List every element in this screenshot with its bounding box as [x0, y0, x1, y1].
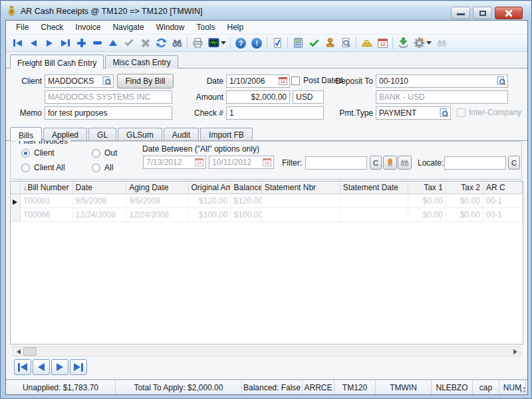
deposit-name-input[interactable] [376, 90, 508, 104]
radio-client-all[interactable] [21, 164, 30, 172]
post-dated-checkbox[interactable] [291, 76, 300, 85]
cell-statement-nbr[interactable] [262, 208, 340, 221]
filter-search-button[interactable] [398, 156, 412, 170]
inter-company-checkbox[interactable] [457, 108, 466, 117]
stamp-button[interactable] [322, 36, 338, 51]
cell-aging-date[interactable]: 9/5/2008 [126, 194, 188, 207]
edit-record-button[interactable] [105, 36, 121, 51]
approve-button[interactable] [306, 36, 322, 51]
refresh-button[interactable] [153, 36, 169, 51]
terminal-button[interactable] [205, 36, 228, 51]
subtab-applied[interactable]: Applied [43, 128, 87, 140]
titlebar[interactable]: $ AR Cash Receipts @ TM120 => TM120 [TMW… [1, 1, 531, 21]
header-original-amt[interactable]: Original Amt [189, 182, 231, 194]
header-bill-number[interactable]: ↓Bill Number [21, 182, 73, 194]
lookup-icon[interactable] [439, 108, 450, 118]
header-balance[interactable]: Balance [231, 182, 261, 194]
table-row[interactable]: T00066 12/24/2008 12/24/2008 $100.00 $10… [11, 208, 523, 222]
check-number-input[interactable] [226, 106, 324, 120]
deposit-to-input[interactable] [376, 74, 508, 88]
menu-help[interactable]: Help [221, 21, 249, 33]
header-date[interactable]: Date [73, 182, 127, 194]
cell-balance[interactable]: $120.00 [231, 194, 261, 207]
edit-notes-button[interactable] [269, 36, 285, 51]
trace-button[interactable] [434, 36, 450, 51]
radio-client-row[interactable]: Client [21, 148, 55, 158]
print-button[interactable] [190, 36, 205, 51]
radio-client[interactable] [21, 149, 30, 158]
horizontal-scrollbar[interactable] [13, 346, 521, 356]
cell-tax-2[interactable]: $0.00 [446, 194, 483, 207]
amount-input[interactable] [226, 90, 290, 104]
cell-date[interactable]: 12/24/2008 [73, 208, 127, 221]
settings-button[interactable] [411, 36, 434, 51]
cell-statement-nbr[interactable] [262, 194, 340, 207]
radio-client-all-row[interactable]: Client All [21, 163, 65, 172]
currency-input[interactable] [293, 90, 324, 104]
nav-prior-button[interactable] [33, 359, 50, 375]
resize-grip[interactable] [526, 380, 527, 394]
tab-misc-cash-entry[interactable]: Misc Cash Entry [105, 55, 178, 68]
calendar-icon[interactable]: 12 [194, 157, 205, 168]
calculator-button[interactable] [290, 36, 306, 51]
cell-bill-number[interactable]: T00066 [21, 208, 73, 221]
menu-invoice[interactable]: Invoice [69, 21, 106, 33]
filter-apply-button[interactable] [383, 156, 397, 170]
cell-ar-c[interactable]: 00-1 [483, 208, 523, 221]
subtab-bills[interactable]: Bills [10, 127, 42, 141]
nav-next-button[interactable] [51, 359, 68, 375]
nav-last-button[interactable] [70, 359, 87, 375]
cell-tax-1[interactable]: $0.00 [408, 194, 446, 207]
subtab-gl[interactable]: GL [88, 128, 116, 140]
cell-aging-date[interactable]: 12/24/2008 [126, 208, 188, 221]
radio-out-row[interactable]: Out [92, 148, 117, 158]
radio-all[interactable] [92, 164, 100, 172]
tab-freight-bill-cash-entry[interactable]: Freight Bill Cash Entry [10, 55, 104, 69]
menu-file[interactable]: File [10, 21, 35, 33]
cell-original-amt[interactable]: $120.00 [189, 194, 231, 207]
first-record-button[interactable] [9, 36, 25, 51]
calendar-icon[interactable]: 12 [262, 157, 273, 168]
print-preview-button[interactable] [338, 36, 354, 51]
header-statement-nbr[interactable]: Statement Nbr [262, 182, 340, 194]
cancel-edit-button[interactable] [137, 36, 153, 51]
header-ar-c[interactable]: AR C [483, 182, 523, 194]
insert-record-button[interactable] [73, 36, 89, 51]
find-button[interactable] [169, 36, 185, 51]
header-tax-1[interactable]: Tax 1 [408, 182, 446, 194]
cell-ar-c[interactable]: 00-1 [483, 194, 523, 207]
header-tax-2[interactable]: Tax 2 [446, 182, 483, 194]
delete-record-button[interactable] [89, 36, 105, 51]
locate-input[interactable] [444, 156, 506, 170]
locate-clear-button[interactable]: C [508, 156, 520, 170]
funds-button[interactable] [358, 36, 374, 51]
find-by-bill-button[interactable]: Find By Bill [117, 74, 174, 88]
calendar-button[interactable]: 12 [374, 36, 390, 51]
filter-clear-button[interactable]: C [370, 156, 382, 170]
cell-bill-number[interactable]: T00001 [21, 194, 73, 207]
memo-input[interactable] [45, 106, 172, 120]
import-fb-button[interactable] [395, 36, 411, 51]
filter-input[interactable] [305, 156, 367, 170]
header-statement-date[interactable]: Statement Date [340, 182, 408, 194]
cell-balance[interactable]: $100.00 [231, 208, 261, 221]
next-record-button[interactable] [41, 36, 57, 51]
table-row[interactable]: T00001 9/5/2008 9/5/2008 $120.00 $120.00… [11, 194, 523, 208]
radio-all-row[interactable]: All [92, 163, 113, 172]
scrollbar-thumb[interactable] [23, 347, 37, 356]
help-button[interactable]: ? [233, 36, 249, 51]
cell-statement-date[interactable] [340, 194, 408, 207]
about-button[interactable]: ! [249, 36, 265, 51]
menu-navigate[interactable]: Navigate [106, 21, 150, 33]
cell-original-amt[interactable]: $100.00 [189, 208, 231, 221]
cell-tax-1[interactable]: $0.00 [408, 208, 446, 221]
menu-window[interactable]: Window [150, 21, 191, 33]
subtab-glsum[interactable]: GLSum [118, 128, 162, 140]
scroll-right-button[interactable] [510, 347, 520, 356]
lookup-icon[interactable] [496, 76, 507, 86]
radio-out[interactable] [92, 149, 100, 158]
header-aging-date[interactable]: Aging Date [126, 182, 188, 194]
cell-date[interactable]: 9/5/2008 [73, 194, 127, 207]
calendar-icon[interactable]: 12 [278, 76, 289, 86]
menu-check[interactable]: Check [35, 21, 69, 33]
